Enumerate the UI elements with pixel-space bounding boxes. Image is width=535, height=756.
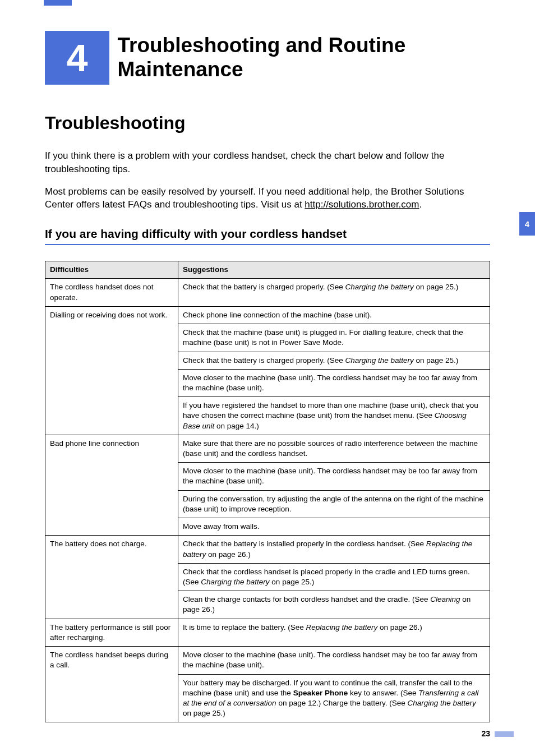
text-segment: on page 14.): [214, 422, 259, 430]
text-segment: Charging the battery: [345, 356, 413, 365]
solutions-link[interactable]: http://solutions.brother.com: [305, 199, 419, 210]
chapter-title: Troubleshooting and Routine Maintenance: [109, 31, 490, 85]
intro-paragraph-2: Most problems can be easily resolved by …: [45, 185, 490, 212]
text-segment: Move away from walls.: [183, 522, 260, 531]
difficulty-cell: Bad phone line connection: [45, 435, 178, 536]
intro-text-after-link: .: [419, 199, 422, 210]
side-tab-chapter-indicator: 4: [519, 212, 535, 236]
table-header-difficulties: Difficulties: [45, 261, 178, 279]
suggestion-cell: Move closer to the machine (base unit). …: [178, 369, 490, 397]
text-segment: on page 25.): [270, 578, 315, 586]
text-segment: Charging the battery: [408, 699, 476, 707]
table-header-suggestions: Suggestions: [178, 261, 490, 279]
text-segment: on page 26.): [206, 550, 251, 559]
suggestion-cell: Check that the battery is charged proper…: [178, 352, 490, 369]
text-segment: Move closer to the machine (base unit). …: [183, 374, 477, 392]
text-segment: Check that the machine (base unit) is pl…: [183, 328, 463, 347]
table-row: Bad phone line connectionMake sure that …: [45, 435, 490, 462]
suggestion-cell: Move closer to the machine (base unit). …: [178, 647, 490, 674]
page-number: 23: [481, 729, 490, 738]
difficulty-cell: Dialling or receiving does not work.: [45, 306, 178, 435]
text-segment: Move closer to the machine (base unit). …: [183, 651, 477, 669]
difficulty-cell: The battery does not charge.: [45, 536, 178, 619]
page-content: 4 Troubleshooting and Routine Maintenanc…: [0, 0, 535, 722]
text-segment: Clean the charge contacts for both cordl…: [183, 595, 430, 603]
suggestion-cell: Make sure that there are no possible sou…: [178, 435, 490, 462]
page-number-bar: [495, 731, 514, 737]
difficulty-cell: The battery performance is still poor af…: [45, 619, 178, 646]
table-row: Dialling or receiving does not work.Chec…: [45, 306, 490, 324]
table-row: The cordless handset does not operate.Ch…: [45, 279, 490, 306]
subsection-title: If you are having difficulty with your c…: [45, 227, 490, 245]
troubleshooting-table: Difficulties Suggestions The cordless ha…: [45, 261, 490, 722]
suggestion-cell: Check that the machine (base unit) is pl…: [178, 324, 490, 352]
text-segment: Speaker Phone: [293, 689, 348, 697]
suggestion-cell: If you have registered the handset to mo…: [178, 397, 490, 435]
chapter-number-badge: 4: [45, 31, 109, 85]
text-segment: Check that the battery is charged proper…: [183, 356, 345, 365]
suggestion-cell: It is time to replace the battery. (See …: [178, 619, 490, 646]
text-segment: During the conversation, try adjusting t…: [183, 495, 483, 513]
text-segment: key to answer. (See: [348, 689, 418, 697]
suggestion-cell: Clean the charge contacts for both cordl…: [178, 591, 490, 619]
chapter-header: 4 Troubleshooting and Routine Maintenanc…: [45, 31, 490, 85]
suggestion-cell: Check that the battery is charged proper…: [178, 279, 490, 306]
text-segment: on page 25.): [414, 356, 459, 365]
text-segment: Check phone line connection of the machi…: [183, 311, 372, 319]
suggestion-cell: Your battery may be discharged. If you w…: [178, 674, 490, 722]
suggestion-cell: During the conversation, try adjusting t…: [178, 490, 490, 518]
text-segment: on page 25.): [414, 283, 459, 291]
suggestion-cell: Check phone line connection of the machi…: [178, 306, 490, 324]
text-segment: on page 12.) Charge the battery. (See: [276, 699, 408, 707]
section-title: Troubleshooting: [45, 113, 490, 133]
suggestion-cell: Move away from walls.: [178, 518, 490, 536]
text-segment: Check that the battery is installed prop…: [183, 540, 426, 548]
text-segment: on page 25.): [183, 709, 225, 717]
table-row: The cordless handset beeps during a call…: [45, 647, 490, 674]
text-segment: Cleaning: [430, 595, 460, 603]
top-tab-decoration: [44, 0, 72, 6]
intro-paragraph-1: If you think there is a problem with you…: [45, 149, 490, 176]
difficulty-cell: The cordless handset does not operate.: [45, 279, 178, 306]
text-segment: Charging the battery: [201, 578, 269, 586]
text-segment: Charging the battery: [345, 283, 413, 291]
suggestion-cell: Check that the battery is installed prop…: [178, 536, 490, 563]
text-segment: Make sure that there are no possible sou…: [183, 439, 478, 458]
suggestion-cell: Move closer to the machine (base unit). …: [178, 463, 490, 490]
table-row: The battery performance is still poor af…: [45, 619, 490, 646]
text-segment: Move closer to the machine (base unit). …: [183, 467, 477, 485]
text-segment: on page 26.): [377, 623, 422, 631]
text-segment: Replacing the battery: [306, 623, 378, 631]
suggestion-cell: Check that the cordless handset is place…: [178, 563, 490, 591]
table-row: The battery does not charge.Check that t…: [45, 536, 490, 563]
text-segment: It is time to replace the battery. (See: [183, 623, 306, 631]
difficulty-cell: The cordless handset beeps during a call…: [45, 647, 178, 722]
text-segment: Check that the battery is charged proper…: [183, 283, 345, 291]
